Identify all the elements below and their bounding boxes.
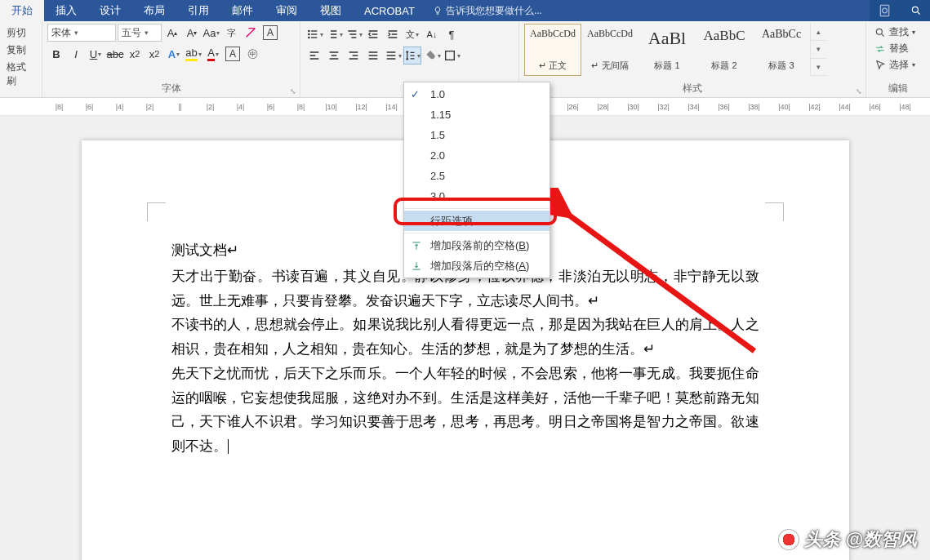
- svg-rect-0: [880, 5, 889, 16]
- character-border-button[interactable]: A: [224, 45, 242, 63]
- tab-home[interactable]: 开始: [0, 0, 44, 21]
- add-space-before[interactable]: 增加段落前的空格(B): [404, 235, 550, 256]
- svg-point-5: [308, 37, 309, 38]
- replace-icon: [874, 43, 886, 55]
- doc-paragraph: 先天下之忧而忧，后天下之乐而乐。一个人年轻的时候，不会思索，他将一事无成。我要扼…: [171, 362, 759, 459]
- numbering-button[interactable]: ▾: [325, 25, 343, 43]
- doc-paragraph: 不读书的人，思想就会停止。如果说我比别人看得更远一点，那是因为我站在巨人的肩上。…: [171, 313, 759, 362]
- decrease-indent-button[interactable]: [364, 25, 382, 43]
- font-name-combo[interactable]: 宋体▾: [47, 24, 116, 42]
- add-space-after[interactable]: 增加段落后的空格(A): [404, 256, 550, 276]
- line-spacing-button[interactable]: ▾: [403, 47, 421, 64]
- style-heading1[interactable]: AaBl标题 1: [639, 24, 696, 76]
- clear-formatting-button[interactable]: [242, 24, 260, 42]
- svg-point-4: [308, 33, 309, 34]
- bullets-button[interactable]: ▾: [305, 25, 323, 43]
- lightbulb-icon: [433, 6, 443, 16]
- search-corner-button[interactable]: [902, 0, 930, 21]
- line-spacing-2.0[interactable]: 2.0: [404, 145, 550, 166]
- font-size-combo[interactable]: 五号▾: [118, 24, 162, 42]
- bold-button[interactable]: B: [47, 45, 65, 63]
- line-spacing-1.0[interactable]: ✓1.0: [404, 84, 550, 104]
- grow-font-button[interactable]: A▴: [163, 24, 181, 42]
- phonetic-guide-button[interactable]: 字: [222, 24, 240, 42]
- style-heading2[interactable]: AaBbC标题 2: [696, 24, 753, 76]
- enclose-characters-button[interactable]: A: [261, 24, 279, 42]
- sort-button[interactable]: A↓: [423, 25, 441, 43]
- font-group-label: 字体: [162, 82, 181, 94]
- multilevel-list-button[interactable]: ▾: [345, 25, 363, 43]
- format-painter-button[interactable]: 格式刷: [5, 60, 37, 89]
- distributed-button[interactable]: ▾: [384, 47, 402, 64]
- shrink-font-button[interactable]: A▾: [183, 24, 201, 42]
- align-center-button[interactable]: [325, 47, 343, 64]
- space-after-icon: [411, 260, 422, 272]
- font-color-button[interactable]: A▾: [204, 45, 222, 63]
- watermark: 头条 @数智风: [778, 527, 917, 552]
- ribbon-tabs: 开始 插入 设计 布局 引用 邮件 审阅 视图 ACROBAT 告诉我您想要做什…: [0, 0, 930, 21]
- line-spacing-2.5[interactable]: 2.5: [404, 166, 550, 186]
- subscript-button[interactable]: x2: [126, 45, 144, 63]
- style-no-spacing[interactable]: AaBbCcDd↵ 无间隔: [581, 24, 639, 76]
- styles-gallery[interactable]: AaBbCcDd↵ 正文 AaBbCcDd↵ 无间隔 AaBl标题 1 AaBb…: [524, 24, 826, 76]
- increase-indent-button[interactable]: [384, 25, 402, 43]
- check-icon: ✓: [411, 88, 420, 100]
- line-spacing-1.5[interactable]: 1.5: [404, 125, 550, 145]
- svg-point-3: [308, 30, 309, 31]
- shading-button[interactable]: ▾: [423, 47, 441, 64]
- text-cursor: [228, 439, 229, 454]
- show-marks-button[interactable]: ¶: [443, 25, 461, 43]
- line-spacing-3.0[interactable]: 3.0: [404, 186, 550, 207]
- space-before-icon: [411, 240, 422, 251]
- change-case-button[interactable]: Aa▾: [202, 24, 220, 42]
- styles-gallery-scroll[interactable]: ▴▾▾: [810, 24, 826, 76]
- watermark-logo-icon: [778, 529, 799, 550]
- align-left-button[interactable]: [305, 47, 323, 64]
- font-dialog-launcher-icon[interactable]: ⤡: [290, 87, 296, 96]
- line-spacing-1.15[interactable]: 1.15: [404, 104, 550, 125]
- styles-group-label: 样式: [683, 82, 702, 94]
- highlight-button[interactable]: ab▾: [185, 45, 202, 63]
- tab-insert[interactable]: 插入: [44, 0, 88, 21]
- styles-dialog-launcher-icon[interactable]: ⤡: [856, 87, 862, 96]
- word-app-icon: [870, 0, 902, 21]
- tell-me-label: 告诉我您想要做什么...: [446, 4, 542, 18]
- find-button[interactable]: 查找▾: [874, 25, 915, 39]
- borders-button[interactable]: ▾: [443, 47, 461, 64]
- superscript-button[interactable]: x2: [145, 45, 163, 63]
- style-heading3[interactable]: AaBbCc标题 3: [753, 24, 810, 76]
- strikethrough-button[interactable]: abc: [106, 45, 124, 63]
- svg-point-7: [876, 29, 882, 34]
- tab-layout[interactable]: 布局: [132, 0, 176, 21]
- svg-point-2: [912, 7, 918, 12]
- tab-review[interactable]: 审阅: [265, 0, 309, 21]
- align-right-button[interactable]: [345, 47, 363, 64]
- svg-rect-6: [445, 51, 454, 60]
- tab-references[interactable]: 引用: [176, 0, 220, 21]
- underline-button[interactable]: U▾: [87, 45, 105, 63]
- style-normal[interactable]: AaBbCcDd↵ 正文: [524, 24, 581, 76]
- italic-button[interactable]: I: [67, 45, 85, 63]
- line-spacing-options[interactable]: 行距选项...: [404, 211, 550, 231]
- search-icon: [874, 27, 886, 38]
- tab-mail[interactable]: 邮件: [220, 0, 265, 21]
- copy-button[interactable]: 复制: [5, 42, 37, 58]
- replace-button[interactable]: 替换: [874, 42, 915, 56]
- line-spacing-menu: ✓1.0 1.15 1.5 2.0 2.5 3.0 行距选项... 增加段落前的…: [403, 82, 550, 278]
- cursor-icon: [874, 60, 886, 71]
- text-effects-button[interactable]: A▾: [165, 45, 183, 63]
- tell-me-search[interactable]: 告诉我您想要做什么...: [433, 4, 542, 18]
- tab-view[interactable]: 视图: [309, 0, 353, 21]
- select-button[interactable]: 选择▾: [874, 58, 915, 72]
- tab-design[interactable]: 设计: [88, 0, 132, 21]
- cut-button[interactable]: 剪切: [5, 25, 37, 41]
- editing-group-label: 编辑: [888, 82, 908, 94]
- justify-button[interactable]: [364, 47, 382, 64]
- asian-layout-button[interactable]: 文▾: [403, 25, 421, 43]
- tab-acrobat[interactable]: ACROBAT: [353, 2, 426, 20]
- character-shading-button[interactable]: ㊥: [243, 45, 261, 63]
